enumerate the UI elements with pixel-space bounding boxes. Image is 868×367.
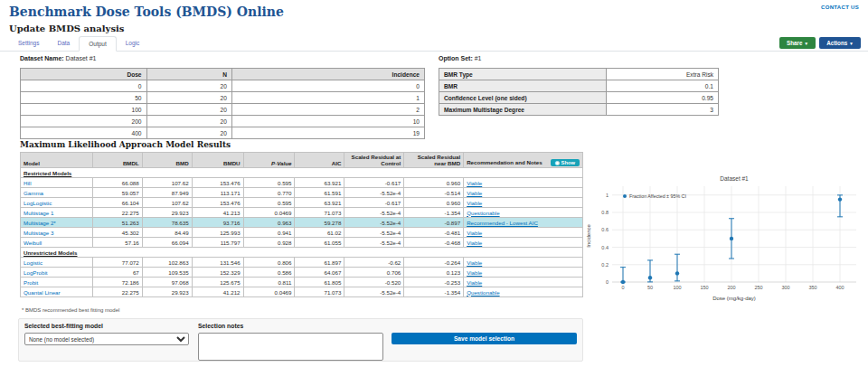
model-link[interactable]: Logistic — [24, 259, 42, 266]
x-tick-label: 250 — [754, 285, 762, 290]
table-cell: 20 — [146, 92, 231, 104]
table-row: BMR0.1 — [439, 80, 719, 92]
x-tick-label: 350 — [808, 285, 816, 290]
model-link[interactable]: LogLogistic — [24, 200, 52, 206]
dose-response-chart[interactable]: 05010015020025030035040000.20.40.60.81Da… — [583, 172, 868, 318]
pvalue-cell: 0.0469 — [243, 287, 295, 297]
bmdu-cell: 125.993 — [192, 228, 243, 238]
table-row: LogProbit67109.535152.3290.58664.0670.70… — [21, 268, 583, 278]
recommendation-cell: Questionable — [464, 208, 583, 218]
pvalue-cell: 0.928 — [243, 238, 295, 248]
bmdu-cell: 41.212 — [192, 287, 243, 297]
table-cell: 0 — [21, 80, 147, 92]
bmdu-cell: 153.476 — [192, 198, 243, 208]
recommendation-link[interactable]: Questionable — [467, 210, 499, 216]
model-cell: LogLogistic — [21, 198, 93, 208]
best-fitting-model-select[interactable]: None (no model selected) — [24, 333, 189, 345]
recommendation-link[interactable]: Viable — [467, 279, 482, 286]
bmdl-cell: 22.275 — [92, 208, 142, 218]
recommendation-link[interactable]: Viable — [467, 240, 482, 246]
model-link[interactable]: Hill — [24, 180, 32, 186]
table-cell: 20 — [146, 127, 231, 139]
recommendation-link[interactable]: Viable — [467, 200, 482, 206]
model-link[interactable]: LogProbit — [24, 269, 48, 276]
aic-cell: 71.073 — [295, 287, 344, 297]
share-button[interactable]: Share ▼ — [779, 37, 816, 49]
eye-icon: ◉ — [555, 160, 561, 165]
table-row: Hill66.088107.62153.4760.59563.921-0.617… — [21, 178, 583, 188]
model-link[interactable]: Multistage 3 — [24, 230, 53, 236]
aic-cell: 59.278 — [295, 218, 344, 228]
bmdu-cell: 125.675 — [192, 278, 243, 287]
save-model-selection-button[interactable]: Save model selection — [392, 333, 577, 344]
table-row: 0200 — [21, 80, 425, 92]
model-cell: Multistage 1 — [21, 208, 93, 218]
recommendation-link[interactable]: Questionable — [467, 289, 499, 296]
src-cell: -0.520 — [344, 278, 404, 287]
show-columns-button[interactable]: ◉ Show — [551, 159, 580, 166]
bmd-cell: 78.635 — [142, 218, 192, 228]
pvalue-cell: 0.595 — [243, 178, 295, 188]
table-row: Quantal Linear22.27529.92341.2120.046971… — [21, 287, 583, 297]
option-label: BMR Type — [439, 69, 607, 80]
table-cell: 0 — [231, 80, 424, 92]
src-cell: -5.52e-4 — [344, 218, 404, 228]
x-axis-label: Dose (mg/kg-day) — [712, 296, 756, 301]
recommendation-link[interactable]: Viable — [467, 190, 482, 196]
recommendation-link[interactable]: Viable — [467, 269, 482, 276]
model-cell: Hill — [21, 178, 93, 188]
y-tick-label: 0 — [606, 279, 609, 285]
chevron-down-icon: ▼ — [804, 41, 808, 46]
y-tick-label: 0.4 — [601, 245, 609, 250]
contact-us-link[interactable]: CONTACT US — [821, 5, 859, 10]
x-tick-label: 150 — [700, 285, 708, 290]
column-header-label: BMDL — [123, 160, 139, 166]
tab-output[interactable]: Output — [79, 36, 117, 52]
table-row: BMR TypeExtra Risk — [439, 69, 719, 80]
model-cell: Weibull — [21, 238, 93, 248]
tab-logic[interactable]: Logic — [117, 36, 149, 51]
bmd-cell: 84.49 — [142, 228, 192, 238]
x-tick-label: 200 — [727, 285, 735, 290]
dose-table: DoseNIncidence02005020110020220020104002… — [20, 68, 425, 139]
recommendation-link[interactable]: Viable — [467, 180, 482, 186]
model-cell: Gamma — [21, 188, 93, 198]
column-header: P-Value — [243, 153, 295, 168]
table-row: Multistage 345.30284.49125.9930.94161.02… — [21, 228, 583, 238]
model-link[interactable]: Quantal Linear — [24, 289, 61, 296]
recommendation-link[interactable]: Recommended - Lowest AIC — [467, 220, 538, 226]
selection-notes-input[interactable] — [198, 333, 383, 361]
tab-data[interactable]: Data — [49, 36, 80, 51]
column-header: Scaled Residual near BMD — [404, 153, 464, 168]
recommendation-cell: Viable — [464, 238, 583, 248]
model-link[interactable]: Gamma — [24, 190, 43, 196]
option-label: Confidence Level (one sided) — [439, 92, 607, 104]
bmd-cell: 87.949 — [142, 188, 192, 198]
model-link[interactable]: Probit — [24, 279, 38, 286]
src-cell: -5.52e-4 — [344, 228, 404, 238]
model-group-row: Unrestricted Models — [21, 248, 583, 258]
bmd-cell: 29.923 — [142, 287, 192, 297]
bmdl-cell: 66.104 — [92, 198, 142, 208]
pvalue-cell: 0.595 — [243, 198, 295, 208]
table-row: LogLogistic66.104107.62153.4760.59563.92… — [21, 198, 583, 208]
model-group-label: Restricted Models — [21, 168, 583, 178]
column-header: N — [146, 69, 231, 80]
recommendation-link[interactable]: Viable — [467, 259, 482, 266]
model-link[interactable]: Weibull — [24, 240, 42, 246]
model-link[interactable]: Multistage 2* — [24, 220, 56, 226]
column-header: AIC — [295, 153, 344, 168]
tabs: SettingsDataOutputLogic — [9, 36, 148, 51]
src-cell: -5.52e-4 — [344, 188, 404, 198]
selection-notes-label: Selection notes — [198, 323, 243, 329]
data-point — [730, 237, 733, 240]
recommendation-link[interactable]: Viable — [467, 230, 482, 236]
model-link[interactable]: Multistage 1 — [24, 210, 53, 216]
model-results-table: ModelBMDLBMDBMDUP-ValueAICScaled Residua… — [20, 152, 583, 297]
bmdl-cell: 66.088 — [92, 178, 142, 188]
aic-cell: 64.067 — [295, 268, 344, 278]
tab-settings[interactable]: Settings — [9, 36, 49, 51]
actions-button[interactable]: Actions ▼ — [819, 37, 861, 49]
column-header-label: AIC — [332, 160, 342, 166]
bmdl-cell: 67 — [92, 268, 142, 278]
